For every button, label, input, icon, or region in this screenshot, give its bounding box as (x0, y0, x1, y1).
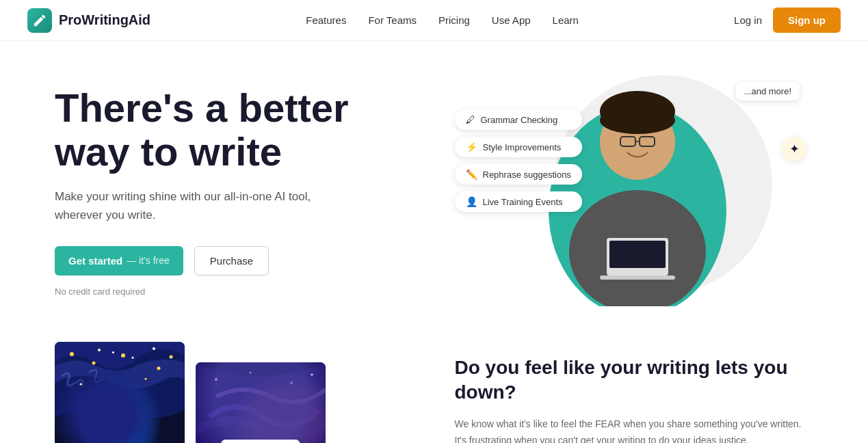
signup-button[interactable]: Sign up (773, 8, 841, 33)
nav-pricing[interactable]: Pricing (438, 14, 470, 26)
hero-buttons: Get started — it's free Purchase (55, 246, 434, 276)
svg-rect-20 (196, 362, 326, 443)
painting-card-1 (55, 342, 185, 443)
training-icon: 👤 (466, 196, 477, 207)
style-icon: ⚡ (466, 142, 477, 152)
svg-rect-18 (109, 407, 116, 420)
hero-subtitle: Make your writing shine with our all-in-… (55, 187, 342, 224)
hero-right: 🖊 Grammar Checking ⚡ Style Improvements … (434, 68, 814, 314)
rephrase-icon: ✏️ (466, 169, 477, 180)
hero-title: There's a better way to write (55, 86, 434, 174)
bottom-heading: Do you feel like your writing lets you d… (455, 355, 814, 405)
svg-rect-19 (123, 402, 137, 422)
svg-point-10 (600, 107, 675, 134)
hero-left: There's a better way to write Make your … (55, 86, 434, 297)
purchase-button[interactable]: Purchase (194, 246, 269, 276)
nav-links: Features For Teams Pricing Use App Learn (306, 14, 579, 26)
svg-rect-17 (96, 403, 106, 420)
svg-point-22 (250, 372, 252, 374)
logo[interactable]: ProWritingAid (27, 8, 150, 33)
svg-point-23 (290, 381, 293, 384)
star-icon: ✦ (789, 142, 800, 157)
login-link[interactable]: Log in (734, 14, 762, 26)
pill-grammar-label: Grammar Checking (481, 115, 558, 125)
nav-use-app[interactable]: Use App (492, 14, 531, 26)
pill-training: 👤 Live Training Events (455, 191, 582, 212)
bottom-body: We know what it's like to feel the FEAR … (455, 416, 814, 443)
svg-point-16 (170, 355, 173, 359)
bottom-right-text: Do you feel like your writing lets you d… (455, 342, 814, 443)
nav-actions: Log in Sign up (734, 8, 841, 33)
bottom-left-images: My idea in my head (55, 342, 414, 443)
svg-point-14 (121, 353, 125, 358)
svg-point-24 (311, 374, 313, 376)
svg-rect-8 (600, 276, 675, 280)
idea-bubble: My idea in my head (221, 440, 300, 443)
svg-point-13 (98, 349, 101, 351)
logo-text: ProWritingAid (59, 12, 150, 28)
svg-point-15 (153, 347, 155, 350)
nav-learn[interactable]: Learn (553, 14, 579, 26)
svg-rect-7 (609, 241, 666, 268)
svg-point-12 (70, 352, 74, 356)
hero-title-line2: way to write (55, 129, 282, 174)
more-tag: ...and more! (736, 82, 800, 100)
pill-grammar: 🖊 Grammar Checking (455, 109, 582, 130)
svg-point-21 (215, 378, 218, 381)
pill-style: ⚡ Style Improvements (455, 137, 582, 157)
painting-card-2 (196, 362, 326, 443)
painting-2-svg (196, 362, 326, 443)
pill-rephrase: ✏️ Rephrase suggestions (455, 164, 582, 185)
pill-style-label: Style Improvements (483, 142, 562, 152)
svg-rect-11 (55, 342, 185, 443)
navbar: ProWritingAid Features For Teams Pricing… (0, 0, 868, 41)
free-tag: — it's free (127, 255, 170, 266)
nav-for-teams[interactable]: For Teams (368, 14, 417, 26)
nav-features[interactable]: Features (306, 14, 346, 26)
pill-training-label: Live Training Events (483, 197, 563, 207)
hero-section: There's a better way to write Make your … (0, 41, 868, 328)
logo-icon (27, 8, 52, 33)
logo-svg (32, 13, 47, 28)
star-badge: ✦ (782, 137, 806, 161)
get-started-button[interactable]: Get started — it's free (55, 246, 183, 276)
pill-rephrase-label: Rephrase suggestions (483, 170, 571, 180)
starry-night-svg (55, 342, 185, 443)
grammar-icon: 🖊 (466, 114, 475, 125)
no-credit-text: No credit card required (55, 286, 434, 297)
hero-title-line1: There's a better (55, 85, 349, 130)
bottom-section: My idea in my head Do you feel like your… (0, 328, 868, 443)
feature-pills: 🖊 Grammar Checking ⚡ Style Improvements … (455, 109, 582, 212)
